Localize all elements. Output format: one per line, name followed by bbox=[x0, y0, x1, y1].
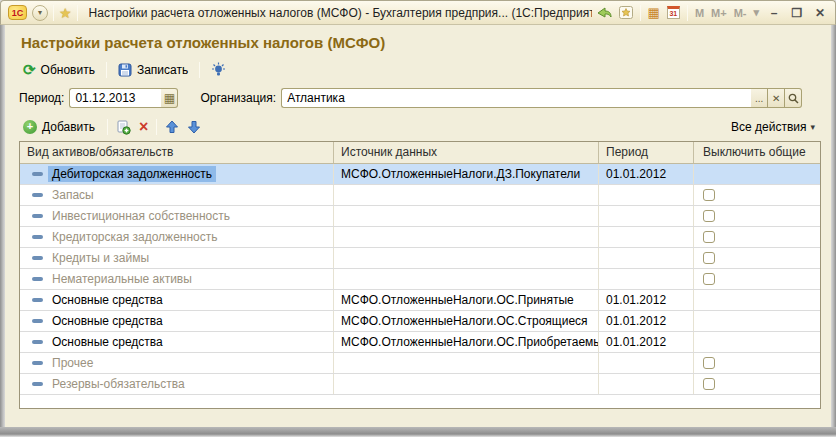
row-asset-type-cell[interactable]: Резервы-обязательства bbox=[20, 374, 334, 394]
organization-select-button[interactable]: ... bbox=[751, 88, 768, 108]
table-row[interactable]: Основные средстваМСФО.ОтложенныеНалоги.О… bbox=[20, 290, 820, 311]
row-period-cell[interactable] bbox=[599, 185, 694, 205]
table-row[interactable]: Нематериальные активы bbox=[20, 269, 820, 290]
hint-button[interactable] bbox=[207, 60, 230, 79]
row-exclude-common-cell[interactable] bbox=[694, 269, 820, 289]
row-exclude-common-cell[interactable] bbox=[694, 248, 820, 268]
exclude-common-checkbox[interactable] bbox=[703, 231, 715, 243]
table-row[interactable]: Основные средстваМСФО.ОтложенныеНалоги.О… bbox=[20, 311, 820, 332]
column-header-exclude-common[interactable]: Выключить общие bbox=[694, 142, 820, 163]
exclude-common-checkbox[interactable] bbox=[703, 357, 715, 369]
row-asset-type-cell[interactable]: Основные средства bbox=[20, 332, 334, 352]
toolbar-separator bbox=[156, 119, 157, 135]
memory-plus-button[interactable]: M+ bbox=[711, 7, 727, 19]
row-period-cell[interactable] bbox=[599, 353, 694, 373]
table-row[interactable]: Дебиторская задолженностьМСФО.Отложенные… bbox=[20, 164, 820, 185]
memory-minus-button[interactable]: M- bbox=[734, 7, 747, 19]
row-period-cell[interactable]: 01.01.2012 bbox=[599, 332, 694, 352]
period-field-group: ▦ bbox=[69, 88, 178, 108]
row-data-source-cell[interactable] bbox=[334, 206, 599, 226]
row-exclude-common-cell[interactable] bbox=[694, 290, 820, 310]
row-exclude-common-cell[interactable] bbox=[694, 353, 820, 373]
table-row[interactable]: Кредиты и займы bbox=[20, 248, 820, 269]
row-exclude-common-cell[interactable] bbox=[694, 332, 820, 352]
row-data-source-cell[interactable]: МСФО.ОтложенныеНалоги.ДЗ.Покупатели bbox=[334, 164, 599, 184]
row-asset-type-cell[interactable]: Запасы bbox=[20, 185, 334, 205]
row-exclude-common-cell[interactable] bbox=[694, 164, 820, 184]
table-row[interactable]: Резервы-обязательства bbox=[20, 374, 820, 395]
table-row[interactable]: Основные средстваМСФО.ОтложенныеНалоги.О… bbox=[20, 332, 820, 353]
row-period-cell[interactable] bbox=[599, 374, 694, 394]
row-data-source-cell[interactable] bbox=[334, 374, 599, 394]
favorites-star-icon[interactable]: ★ bbox=[59, 6, 72, 20]
row-data-source-cell[interactable]: МСФО.ОтложенныеНалоги.ОС.Принятые bbox=[334, 290, 599, 310]
row-data-source-cell[interactable] bbox=[334, 185, 599, 205]
period-input[interactable] bbox=[69, 88, 161, 108]
table-row[interactable]: Кредиторская задолженность bbox=[20, 227, 820, 248]
row-asset-type-cell[interactable]: Дебиторская задолженность bbox=[20, 164, 334, 184]
row-asset-type-cell[interactable]: Основные средства bbox=[20, 311, 334, 331]
row-asset-type-cell[interactable]: Инвестиционная собственность bbox=[20, 206, 334, 226]
row-data-source-cell[interactable] bbox=[334, 227, 599, 247]
titlebar-chevron-icon[interactable]: ▾ bbox=[753, 6, 759, 19]
save-button[interactable]: Записать bbox=[114, 61, 192, 79]
table-row[interactable]: Инвестиционная собственность bbox=[20, 206, 820, 227]
main-menu-dropdown-button[interactable]: ▾ bbox=[32, 5, 48, 21]
minimize-button[interactable]: – bbox=[766, 6, 782, 20]
exclude-common-checkbox[interactable] bbox=[703, 210, 715, 222]
move-down-icon[interactable] bbox=[187, 120, 201, 134]
row-asset-type-cell[interactable]: Нематериальные активы bbox=[20, 269, 334, 289]
row-asset-type-cell[interactable]: Основные средства bbox=[20, 290, 334, 310]
row-data-source-cell[interactable] bbox=[334, 269, 599, 289]
row-exclude-common-cell[interactable] bbox=[694, 185, 820, 205]
calendar-icon[interactable]: 31 bbox=[667, 6, 680, 19]
organization-input[interactable] bbox=[281, 88, 751, 108]
row-exclude-common-cell[interactable] bbox=[694, 311, 820, 331]
exclude-common-checkbox[interactable] bbox=[703, 273, 715, 285]
row-exclude-common-cell[interactable] bbox=[694, 374, 820, 394]
table-row[interactable]: Запасы bbox=[20, 185, 820, 206]
row-period-cell[interactable]: 01.01.2012 bbox=[599, 290, 694, 310]
add-favorite-icon[interactable] bbox=[597, 6, 612, 19]
favorites-manage-icon[interactable] bbox=[619, 6, 633, 19]
close-button[interactable]: ✕ bbox=[812, 6, 828, 20]
table-row[interactable]: Прочее bbox=[20, 353, 820, 374]
row-period-cell[interactable] bbox=[599, 248, 694, 268]
row-period-cell[interactable] bbox=[599, 227, 694, 247]
row-marker-icon bbox=[32, 235, 43, 239]
column-header-asset-type[interactable]: Вид активов/обязательств bbox=[20, 142, 334, 163]
all-actions-button[interactable]: Все действия ▾ bbox=[731, 120, 815, 134]
organization-clear-button[interactable]: ✕ bbox=[768, 88, 785, 108]
organization-open-button[interactable] bbox=[785, 88, 802, 108]
row-exclude-common-cell[interactable] bbox=[694, 227, 820, 247]
row-asset-type-text: Дебиторская задолженность bbox=[48, 166, 216, 182]
row-period-cell[interactable] bbox=[599, 206, 694, 226]
row-asset-type-cell[interactable]: Прочее bbox=[20, 353, 334, 373]
exclude-common-checkbox[interactable] bbox=[703, 378, 715, 390]
row-asset-type-cell[interactable]: Кредиторская задолженность bbox=[20, 227, 334, 247]
exclude-common-checkbox[interactable] bbox=[703, 189, 715, 201]
table-header: Вид активов/обязательств Источник данных… bbox=[20, 142, 820, 164]
move-up-icon[interactable] bbox=[165, 120, 179, 134]
refresh-button[interactable]: ⟳ Обновить bbox=[19, 61, 99, 79]
add-button[interactable]: + Добавить bbox=[19, 118, 99, 136]
delete-row-icon[interactable]: × bbox=[139, 120, 148, 134]
row-data-source-cell[interactable]: МСФО.ОтложенныеНалоги.ОС.Приобретаемые bbox=[334, 332, 599, 352]
calculator-icon[interactable]: ▦ bbox=[648, 6, 660, 19]
column-header-period[interactable]: Период bbox=[599, 142, 694, 163]
row-data-source-cell[interactable] bbox=[334, 353, 599, 373]
row-period-cell[interactable]: 01.01.2012 bbox=[599, 311, 694, 331]
copy-row-icon[interactable] bbox=[116, 120, 131, 135]
row-period-cell[interactable]: 01.01.2012 bbox=[599, 164, 694, 184]
exclude-common-checkbox[interactable] bbox=[703, 252, 715, 264]
row-asset-type-text: Основные средства bbox=[48, 292, 167, 308]
maximize-button[interactable]: ❒ bbox=[789, 6, 805, 20]
row-asset-type-cell[interactable]: Кредиты и займы bbox=[20, 248, 334, 268]
period-calendar-button[interactable]: ▦ bbox=[161, 88, 178, 108]
column-header-data-source[interactable]: Источник данных bbox=[334, 142, 599, 163]
row-data-source-cell[interactable]: МСФО.ОтложенныеНалоги.ОС.Строящиеся bbox=[334, 311, 599, 331]
row-exclude-common-cell[interactable] bbox=[694, 206, 820, 226]
memory-button[interactable]: M bbox=[695, 7, 704, 19]
row-period-cell[interactable] bbox=[599, 269, 694, 289]
row-data-source-cell[interactable] bbox=[334, 248, 599, 268]
